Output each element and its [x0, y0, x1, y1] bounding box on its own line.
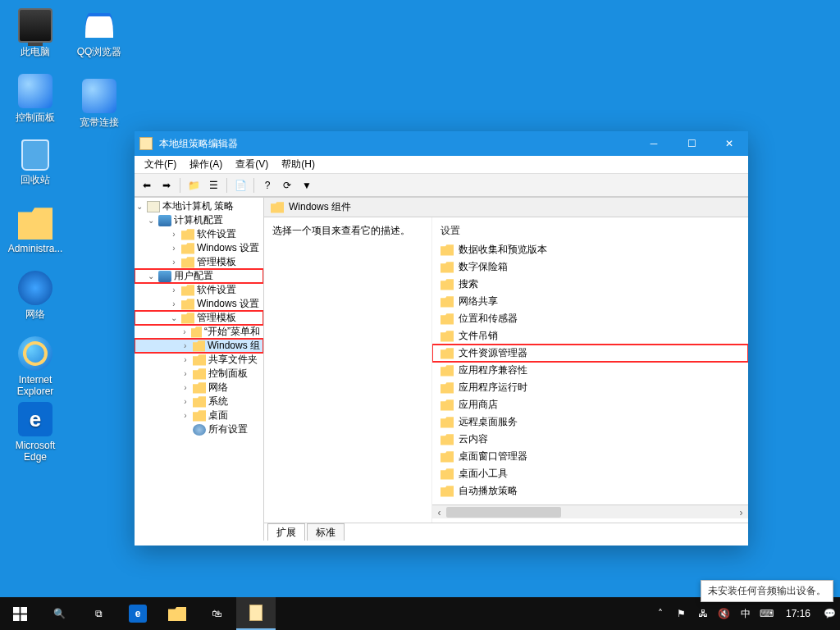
- start-button[interactable]: [0, 597, 39, 630]
- tree-caret-icon[interactable]: [169, 244, 179, 253]
- tree-caret-icon[interactable]: [169, 299, 179, 308]
- tree-row[interactable]: 管理模板: [135, 311, 263, 325]
- tree-row[interactable]: 用户配置: [135, 269, 263, 283]
- desktop-icon-cp[interactable]: 控制面板: [5, 74, 66, 123]
- folder-icon: [441, 486, 454, 497]
- show-hide-tree-button[interactable]: ☰: [204, 176, 222, 194]
- tree-caret-icon[interactable]: [180, 355, 190, 364]
- settings-list[interactable]: 设置 数据收集和预览版本数字保险箱搜索网络共享位置和传感器文件吊销文件资源管理器…: [432, 217, 748, 523]
- audio-balloon[interactable]: 未安装任何音频输出设备。: [701, 580, 833, 602]
- maximize-button[interactable]: ☐: [673, 131, 710, 156]
- tray-chevron-up-icon[interactable]: ˄: [651, 597, 669, 630]
- app-icon: [139, 137, 153, 150]
- tray-network-icon[interactable]: 🖧: [694, 597, 712, 630]
- tree-row[interactable]: 本地计算机 策略: [135, 199, 263, 213]
- help-button[interactable]: ?: [258, 176, 276, 194]
- taskbar-edge[interactable]: e: [118, 597, 158, 630]
- tree-row[interactable]: Windows 设置: [135, 241, 263, 255]
- back-button[interactable]: ⬅: [138, 176, 156, 194]
- tree-caret-icon[interactable]: [180, 341, 190, 350]
- menu-item-0[interactable]: 文件(F): [138, 156, 183, 173]
- settings-item[interactable]: 文件吊销: [432, 327, 748, 345]
- settings-item[interactable]: 搜索: [432, 276, 748, 293]
- tree-row[interactable]: 软件设置: [135, 283, 263, 297]
- tree-caret-icon[interactable]: [180, 383, 190, 392]
- settings-item[interactable]: 应用商店: [432, 396, 748, 413]
- tree-caret-icon[interactable]: [169, 285, 179, 294]
- desktop-icon-folder[interactable]: Administra...: [5, 205, 66, 254]
- scroll-right-icon[interactable]: ›: [734, 505, 748, 519]
- task-view-button[interactable]: ⧉: [79, 597, 118, 630]
- tree-caret-icon[interactable]: [135, 202, 144, 211]
- settings-item[interactable]: 应用程序兼容性: [432, 362, 748, 379]
- tree-label: 用户配置: [174, 269, 213, 283]
- filter-button[interactable]: ▼: [298, 176, 316, 194]
- desktop-icon-bin[interactable]: 回收站: [5, 139, 66, 185]
- settings-item[interactable]: 桌面窗口管理器: [432, 448, 748, 465]
- tab-standard[interactable]: 标准: [307, 523, 345, 541]
- settings-item[interactable]: 应用程序运行时: [432, 379, 748, 396]
- forward-button[interactable]: ➡: [158, 176, 176, 194]
- scroll-left-icon[interactable]: ‹: [432, 505, 446, 519]
- tree-row[interactable]: 所有设置: [135, 422, 263, 436]
- menu-item-1[interactable]: 操作(A): [183, 156, 229, 173]
- desktop-icon-pc[interactable]: 此电脑: [5, 8, 66, 57]
- taskbar-explorer[interactable]: [158, 597, 197, 630]
- settings-item[interactable]: 云内容: [432, 431, 748, 448]
- tree-row[interactable]: Windows 设置: [135, 297, 263, 311]
- menu-item-3[interactable]: 帮助(H): [275, 156, 322, 173]
- settings-item[interactable]: 网络共享: [432, 293, 748, 310]
- tray-security-icon[interactable]: ⚑: [673, 597, 691, 630]
- tree-pane[interactable]: 本地计算机 策略计算机配置软件设置Windows 设置管理模板用户配置软件设置W…: [135, 198, 264, 541]
- action-center-button[interactable]: 💬: [820, 597, 838, 630]
- tree-caret-icon[interactable]: [180, 411, 190, 420]
- tray-volume-icon[interactable]: 🔇: [715, 597, 733, 630]
- tree-row[interactable]: 共享文件夹: [135, 353, 263, 367]
- minimize-button[interactable]: ─: [635, 131, 673, 156]
- up-button[interactable]: 📁: [185, 176, 203, 194]
- settings-item[interactable]: 文件资源管理器: [432, 345, 748, 362]
- settings-item[interactable]: 自动播放策略: [432, 482, 748, 500]
- tree-caret-icon[interactable]: [146, 216, 156, 225]
- tree-row[interactable]: 系统: [135, 395, 263, 409]
- settings-item[interactable]: 位置和传感器: [432, 310, 748, 327]
- tray-clock[interactable]: 17:16: [779, 608, 817, 619]
- export-button[interactable]: 📄: [231, 176, 249, 194]
- desktop-icon-qq[interactable]: QQ浏览器: [69, 8, 130, 57]
- settings-item[interactable]: 数据收集和预览版本: [432, 241, 748, 258]
- horizontal-scrollbar[interactable]: ‹ ›: [432, 504, 748, 518]
- desktop-icon-net[interactable]: 网络: [5, 271, 66, 320]
- tree-row[interactable]: 管理模板: [135, 255, 263, 269]
- scroll-thumb[interactable]: [446, 507, 561, 518]
- tree-caret-icon[interactable]: [180, 397, 190, 406]
- tree-caret-icon[interactable]: [146, 272, 156, 281]
- tree-caret-icon[interactable]: [169, 313, 179, 322]
- tree-caret-icon[interactable]: [169, 258, 179, 267]
- desktop-icon-edge[interactable]: Microsoft Edge: [5, 402, 66, 463]
- refresh-button[interactable]: ⟳: [278, 176, 296, 194]
- tree-row[interactable]: 计算机配置: [135, 213, 263, 227]
- tree-row[interactable]: “开始”菜单和: [135, 325, 263, 339]
- tab-extended[interactable]: 扩展: [267, 523, 305, 541]
- taskbar-store[interactable]: 🛍: [197, 597, 236, 630]
- tray-ime-icon[interactable]: 中: [737, 597, 755, 630]
- desktop-icon-bb[interactable]: 宽带连接: [69, 79, 130, 128]
- search-button[interactable]: 🔍: [39, 597, 79, 630]
- tree-row[interactable]: 桌面: [135, 409, 263, 422]
- tray-keyboard-icon[interactable]: ⌨: [758, 597, 776, 630]
- tree-caret-icon[interactable]: [180, 369, 190, 378]
- titlebar[interactable]: 本地组策略编辑器 ─ ☐ ✕: [135, 131, 748, 156]
- settings-item[interactable]: 桌面小工具: [432, 465, 748, 482]
- settings-item[interactable]: 数字保险箱: [432, 258, 748, 276]
- tree-row[interactable]: Windows 组: [135, 339, 263, 353]
- close-button[interactable]: ✕: [710, 131, 748, 156]
- tree-row[interactable]: 控制面板: [135, 367, 263, 381]
- menu-item-2[interactable]: 查看(V): [229, 156, 275, 173]
- tree-row[interactable]: 网络: [135, 381, 263, 395]
- tree-caret-icon[interactable]: [180, 327, 189, 336]
- tree-row[interactable]: 软件设置: [135, 227, 263, 241]
- taskbar-gpedit[interactable]: [236, 597, 276, 630]
- tree-caret-icon[interactable]: [169, 230, 179, 239]
- desktop-icon-ie[interactable]: Internet Explorer: [5, 336, 66, 397]
- settings-item[interactable]: 远程桌面服务: [432, 413, 748, 431]
